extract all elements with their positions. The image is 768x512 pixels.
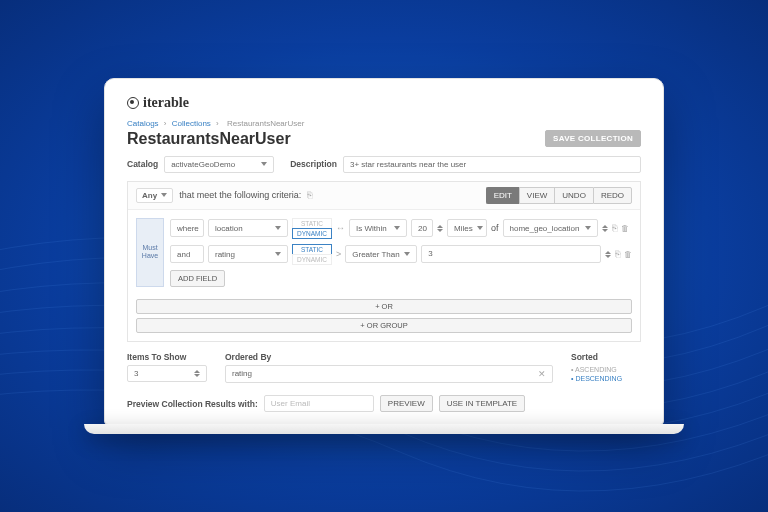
conjunction-value: where xyxy=(177,224,199,233)
page-title: RestaurantsNearUser xyxy=(127,130,291,148)
panel-mode-buttons: EDIT VIEW UNDO REDO xyxy=(486,187,632,204)
unit-value: Miles xyxy=(454,224,473,233)
description-input[interactable]: 3+ star restaurants near the user xyxy=(343,156,641,173)
chevron-right-icon: › xyxy=(216,119,219,128)
criteria-panel: Any that meet the following criteria: ED… xyxy=(127,181,641,342)
chevron-down-icon xyxy=(585,226,591,230)
catalog-label: Catalog xyxy=(127,159,158,169)
copy-row-icon[interactable] xyxy=(612,223,617,233)
target-value: home_geo_location xyxy=(510,224,580,233)
sorted-label: Sorted xyxy=(571,352,641,362)
sort-ascending[interactable]: • ASCENDING xyxy=(571,365,641,374)
field-value: location xyxy=(215,224,243,233)
scope-suffix: that meet the following criteria: xyxy=(179,190,301,200)
delete-row-icon[interactable] xyxy=(624,249,632,259)
brand-text: iterable xyxy=(143,95,189,111)
mode-toggle[interactable]: STATIC DYNAMIC xyxy=(292,218,332,239)
items-to-show-label: Items To Show xyxy=(127,352,207,362)
chevron-down-icon xyxy=(275,226,281,230)
must-have-tab[interactable]: Must Have xyxy=(136,218,164,287)
chevron-down-icon xyxy=(477,226,483,230)
copy-icon[interactable] xyxy=(307,190,312,200)
target-stepper[interactable] xyxy=(602,225,608,232)
chevron-down-icon xyxy=(394,226,400,230)
preview-email-input[interactable]: User Email xyxy=(264,395,374,412)
conjunction-select[interactable]: where xyxy=(170,219,204,237)
delete-row-icon[interactable] xyxy=(621,223,629,233)
field-value: rating xyxy=(215,250,235,259)
value-text: 3 xyxy=(428,249,432,258)
scope-select[interactable]: Any xyxy=(136,188,173,203)
description-value: 3+ star restaurants near the user xyxy=(350,160,466,169)
unit-select[interactable]: Miles xyxy=(447,219,487,237)
add-field-button[interactable]: ADD FIELD xyxy=(170,270,225,287)
operator-value: Greater Than xyxy=(352,250,399,259)
catalog-select[interactable]: activateGeoDemo xyxy=(164,156,274,173)
distance-stepper[interactable] xyxy=(437,225,443,232)
mode-dynamic[interactable]: DYNAMIC xyxy=(292,254,332,265)
chevron-down-icon xyxy=(161,193,167,197)
greater-than-icon xyxy=(336,249,341,259)
distance-input[interactable]: 20 xyxy=(411,219,433,237)
preview-button[interactable]: PREVIEW xyxy=(380,395,433,412)
ordered-by-input[interactable]: rating ✕ xyxy=(225,365,553,383)
of-label: of xyxy=(491,223,499,233)
conjunction-value: and xyxy=(177,250,190,259)
distance-value: 20 xyxy=(418,224,427,233)
mode-dynamic[interactable]: DYNAMIC xyxy=(292,228,332,239)
or-group-button[interactable]: + OR GROUP xyxy=(136,318,632,333)
logo-icon xyxy=(127,97,139,109)
criteria-row: where location STATIC DYNAMIC Is Within … xyxy=(170,218,632,239)
mode-static[interactable]: STATIC xyxy=(292,244,332,254)
breadcrumb-catalogs[interactable]: Catalogs xyxy=(127,119,159,128)
value-stepper[interactable] xyxy=(605,251,611,258)
ordered-by-value: rating xyxy=(232,369,252,378)
copy-row-icon[interactable] xyxy=(615,249,620,259)
items-to-show-value: 3 xyxy=(134,369,138,378)
brand-logo: iterable xyxy=(127,95,641,111)
arrows-icon xyxy=(336,223,345,233)
items-stepper[interactable] xyxy=(194,370,200,377)
laptop-base xyxy=(84,424,684,434)
operator-select[interactable]: Is Within xyxy=(349,219,407,237)
edit-button[interactable]: EDIT xyxy=(486,187,519,204)
field-select[interactable]: location xyxy=(208,219,288,237)
use-in-template-button[interactable]: USE IN TEMPLATE xyxy=(439,395,525,412)
chevron-down-icon xyxy=(404,252,410,256)
breadcrumb-current: RestaurantsNearUser xyxy=(227,119,304,128)
must-have-label: Must Have xyxy=(139,244,161,261)
view-button[interactable]: VIEW xyxy=(519,187,554,204)
value-input[interactable]: 3 xyxy=(421,245,601,263)
clear-icon[interactable]: ✕ xyxy=(538,369,546,379)
breadcrumb-collections[interactable]: Collections xyxy=(172,119,211,128)
chevron-down-icon xyxy=(261,162,267,166)
preview-placeholder-text: User Email xyxy=(271,399,310,408)
chevron-down-icon xyxy=(275,252,281,256)
target-select[interactable]: home_geo_location xyxy=(503,219,598,237)
or-button[interactable]: + OR xyxy=(136,299,632,314)
operator-select[interactable]: Greater Than xyxy=(345,245,417,263)
description-label: Description xyxy=(290,159,337,169)
operator-value: Is Within xyxy=(356,224,387,233)
scope-value: Any xyxy=(142,191,157,200)
field-select[interactable]: rating xyxy=(208,245,288,263)
breadcrumb: Catalogs › Collections › RestaurantsNear… xyxy=(127,119,641,128)
chevron-right-icon: › xyxy=(164,119,167,128)
sort-descending[interactable]: • DESCENDING xyxy=(571,374,641,383)
undo-button[interactable]: UNDO xyxy=(554,187,593,204)
catalog-value: activateGeoDemo xyxy=(171,160,235,169)
mode-toggle[interactable]: STATIC DYNAMIC xyxy=(292,244,332,265)
preview-label: Preview Collection Results with: xyxy=(127,399,258,409)
redo-button[interactable]: REDO xyxy=(593,187,632,204)
criteria-row: and rating STATIC DYNAMIC Greater Than 3 xyxy=(170,244,632,265)
mode-static[interactable]: STATIC xyxy=(292,218,332,228)
ordered-by-label: Ordered By xyxy=(225,352,553,362)
conjunction-select[interactable]: and xyxy=(170,245,204,263)
items-to-show-input[interactable]: 3 xyxy=(127,365,207,382)
save-collection-button[interactable]: SAVE COLLECTION xyxy=(545,130,641,147)
